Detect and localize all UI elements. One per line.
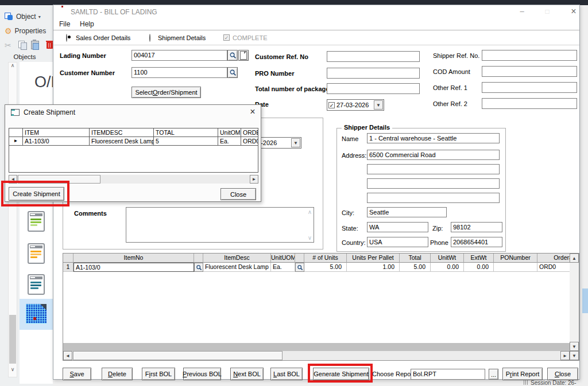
list-item-doc-teal[interactable] (28, 274, 45, 295)
shipper-phone-field[interactable]: 2068654401 (451, 237, 502, 247)
grid-vscroll-bottom-icon[interactable]: ▼ (570, 351, 579, 360)
date-dropdown-button[interactable]: ▼ (374, 100, 383, 110)
order-cell[interactable]: ORD0 (537, 263, 570, 272)
unitwt-cell[interactable]: 0.00 (431, 263, 464, 272)
choose-report-field[interactable]: Bol.RPT (411, 369, 485, 380)
order-cell[interactable]: ORD0 (241, 137, 258, 146)
shipper-name-field[interactable]: 1 - Central warehouse - Seattle (367, 133, 500, 143)
date-checkbox[interactable]: ✓ (328, 102, 335, 108)
ponumber-cell[interactable] (494, 263, 537, 272)
menu-help[interactable]: Help (80, 20, 94, 28)
ship-date-dropdown-button[interactable]: ▼ (291, 138, 300, 147)
unituom-cell[interactable]: Ea. (271, 263, 295, 272)
radio-shipment-label[interactable]: Shipment Details (158, 34, 206, 41)
list-item-doc-yellow[interactable] (28, 243, 45, 264)
radio-sales-order-label[interactable]: Sales Order Details (76, 34, 130, 41)
dialog-close-icon[interactable]: × (246, 105, 259, 119)
delete-button[interactable]: Delete (102, 368, 133, 380)
copy-icon[interactable] (18, 41, 26, 49)
grid-vscrollbar[interactable]: ▲ ▼ (570, 254, 579, 351)
object-menu[interactable]: Object ▾ (5, 11, 41, 22)
total-cell[interactable]: 5.00 (400, 263, 431, 272)
shipper-address3-field[interactable] (367, 178, 500, 189)
radio-shipment-details[interactable] (149, 34, 150, 42)
itemno-cell[interactable]: A1-103/0 (74, 263, 194, 272)
previous-bol-button[interactable]: Previous BOL (183, 368, 221, 380)
close-button[interactable]: × (567, 5, 581, 18)
menu-file[interactable]: File (59, 20, 70, 28)
shipper-city-field[interactable]: Seattle (367, 207, 447, 217)
col-order: ORDER (241, 128, 258, 137)
customer-finder-button[interactable] (227, 67, 238, 78)
session-date-text: Session Date: 26- (531, 380, 577, 386)
customer-ref-field[interactable] (327, 51, 420, 62)
other-ref1-field[interactable] (482, 82, 577, 93)
maximize-button[interactable]: □ (540, 5, 554, 18)
units-cell[interactable]: 5.00 (304, 263, 347, 272)
grid-scroll-left-icon[interactable]: ◄ (63, 351, 72, 360)
scroll-down-icon[interactable]: ∨ (9, 366, 17, 372)
shipper-state-field[interactable]: WA (367, 222, 428, 232)
cut-icon[interactable]: ✂ (5, 41, 11, 50)
dialog-close-button[interactable]: Close (220, 188, 256, 200)
complete-checkbox[interactable]: ✓ (223, 34, 230, 41)
unituom-finder-cell[interactable] (295, 263, 304, 272)
last-bol-button[interactable]: Last BOL (270, 368, 303, 380)
radio-sales-order-details[interactable] (66, 34, 67, 42)
shipper-address2-field[interactable] (367, 164, 500, 174)
customer-ref-label: Customer Ref. No (255, 53, 308, 60)
total-cell[interactable]: 5 (154, 137, 218, 146)
grid-scroll-right-icon[interactable]: ► (560, 351, 570, 360)
itemdesc-cell[interactable]: Fluorescent Desk Lamp (203, 263, 271, 272)
magnifier-icon (229, 52, 237, 59)
properties-menu[interactable]: ⚙ Properties (5, 26, 46, 36)
itemdesc-cell[interactable]: Fluorescent Desk Lamp (90, 137, 154, 146)
scrollbar-thumb[interactable] (9, 315, 16, 364)
table-row[interactable]: 1 A1-103/0 Fluorescent Desk Lamp Ea. 5.0… (63, 263, 570, 272)
table-row[interactable]: ► A1-103/0 Fluorescent Desk Lamp 5 Ea. O… (9, 137, 258, 146)
other-ref2-field[interactable] (482, 98, 577, 109)
dialog-scroll-right-icon[interactable]: ► (250, 175, 258, 184)
shipper-address1-field[interactable]: 6500 Commercial Road (367, 150, 500, 160)
upp-cell[interactable]: 1.00 (347, 263, 400, 272)
col-item: ITEM (23, 128, 90, 137)
extwt-cell[interactable]: 0.00 (464, 263, 494, 272)
paste-icon[interactable] (31, 40, 38, 49)
select-order-shipment-button[interactable]: Select Order/Shipment (131, 87, 201, 98)
first-bol-button[interactable]: First BOL (142, 368, 175, 380)
oe-tile[interactable]: O/E (21, 64, 53, 103)
minimize-button[interactable]: – (515, 5, 529, 18)
shipper-country-field[interactable]: USA (367, 237, 428, 247)
comments-scroll-down-icon[interactable]: ∨ (308, 235, 312, 241)
lading-finder-button[interactable] (227, 50, 238, 61)
grid-scroll-down-icon[interactable]: ▼ (570, 342, 579, 351)
shipper-zip-field[interactable]: 98102 (451, 222, 502, 232)
comments-field[interactable]: ∧ ∨ (126, 207, 314, 243)
pro-number-field[interactable] (327, 68, 420, 79)
shipper-zip-label: Zip: (432, 225, 443, 232)
comments-scroll-up-icon[interactable]: ∧ (308, 209, 312, 215)
total-packages-field[interactable] (327, 83, 420, 94)
list-item-selected[interactable] (20, 299, 53, 330)
date-picker[interactable]: ✓ 27-03-2026 ▼ (327, 99, 384, 111)
shipper-details-title: Shipper Details (342, 124, 392, 131)
cod-amount-field[interactable] (482, 66, 577, 77)
window-close-button[interactable]: Close (547, 368, 578, 380)
shipper-address4-field[interactable] (367, 193, 500, 203)
unitom-cell[interactable]: Ea. (218, 137, 241, 146)
browse-report-button[interactable]: ... (489, 369, 498, 380)
shipper-ref-field[interactable] (482, 50, 577, 61)
save-button[interactable]: Save (63, 368, 91, 380)
customer-number-field[interactable]: 1100 (131, 67, 227, 78)
grid-hscrollbar[interactable]: ◄ ► ▼ (63, 351, 579, 360)
item-cell[interactable]: A1-103/0 (23, 137, 90, 146)
list-item-doc-green[interactable] (28, 211, 45, 232)
grid-hscroll-thumb[interactable] (73, 351, 283, 360)
itemno-finder-cell[interactable] (194, 263, 203, 272)
lading-number-field[interactable]: 004017 (131, 50, 227, 61)
next-bol-button[interactable]: Next BOL (230, 368, 264, 380)
grid-scroll-up-icon[interactable]: ▲ (570, 254, 579, 263)
print-report-button[interactable]: Print Report (502, 368, 543, 380)
new-document-button[interactable] (238, 50, 249, 61)
scroll-up-icon[interactable]: ∧ (9, 63, 17, 71)
